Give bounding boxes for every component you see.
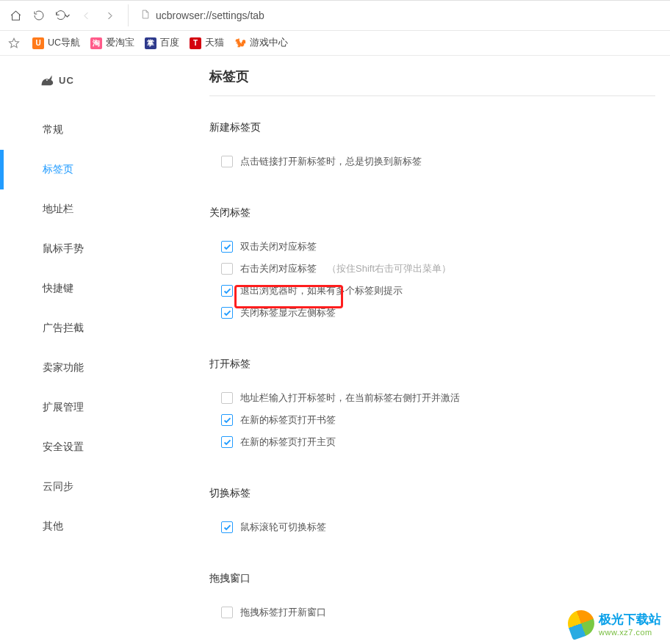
forward-button[interactable] bbox=[98, 4, 120, 26]
bookmarks-bar: U UC导航 淘 爱淘宝 掌 百度 T 天猫 🐿 游戏中心 bbox=[0, 31, 670, 56]
bookmark-item[interactable]: 🐿 游戏中心 bbox=[234, 37, 288, 49]
watermark-logo-icon bbox=[564, 607, 598, 640]
option-hint: （按住Shift右击可弹出菜单） bbox=[327, 262, 451, 275]
page-icon bbox=[140, 9, 150, 22]
uc-squirrel-icon bbox=[38, 72, 54, 88]
checkbox[interactable] bbox=[221, 392, 233, 404]
checkbox[interactable] bbox=[221, 263, 233, 275]
sidebar-item[interactable]: 安全设置 bbox=[0, 427, 165, 467]
main-area: UC 常规标签页地址栏鼠标手势快捷键广告拦截卖家功能扩展管理安全设置云同步其他 … bbox=[0, 56, 670, 644]
section-title: 拖拽窗口 bbox=[209, 572, 655, 585]
favicon-icon: 🐿 bbox=[234, 37, 246, 49]
watermark-title: 极光下载站 bbox=[599, 611, 661, 628]
section-title: 切换标签 bbox=[209, 487, 655, 500]
option-label: 地址栏输入打开标签时，在当前标签右侧打开并激活 bbox=[240, 391, 460, 405]
bookmark-label: 天猫 bbox=[205, 37, 224, 49]
watermark: 极光下载站 www.xz7.com bbox=[568, 610, 661, 637]
option-label: 右击关闭对应标签 bbox=[240, 262, 317, 275]
bookmark-label: UC导航 bbox=[48, 37, 80, 49]
checkbox[interactable] bbox=[221, 521, 233, 533]
checkbox[interactable] bbox=[221, 414, 233, 426]
settings-section: 新建标签页点击链接打开新标签时，总是切换到新标签 bbox=[209, 121, 655, 173]
option-label: 鼠标滚轮可切换标签 bbox=[240, 521, 326, 534]
bookmark-star-button[interactable] bbox=[6, 37, 22, 49]
history-button[interactable] bbox=[51, 4, 73, 26]
option-row[interactable]: 双击关闭对应标签 bbox=[209, 236, 655, 258]
settings-section: 切换标签鼠标滚轮可切换标签 bbox=[209, 487, 655, 538]
checkbox[interactable] bbox=[221, 156, 233, 167]
sidebar-item[interactable]: 扩展管理 bbox=[0, 388, 165, 427]
sidebar-item[interactable]: 云同步 bbox=[0, 467, 165, 507]
checkbox[interactable] bbox=[221, 285, 233, 297]
settings-sidebar: UC 常规标签页地址栏鼠标手势快捷键广告拦截卖家功能扩展管理安全设置云同步其他 bbox=[0, 56, 165, 644]
brand-logo: UC bbox=[0, 65, 165, 110]
sidebar-item[interactable]: 地址栏 bbox=[0, 189, 165, 229]
settings-section: 关闭标签双击关闭对应标签右击关闭对应标签（按住Shift右击可弹出菜单）退出浏览… bbox=[209, 206, 655, 324]
sidebar-item[interactable]: 卖家功能 bbox=[0, 348, 165, 388]
option-row[interactable]: 鼠标滚轮可切换标签 bbox=[209, 516, 655, 538]
bookmark-label: 爱淘宝 bbox=[106, 37, 134, 49]
sidebar-item[interactable]: 标签页 bbox=[0, 150, 165, 189]
address-bar[interactable]: ucbrowser://settings/tab bbox=[128, 4, 666, 26]
section-title: 打开标签 bbox=[209, 358, 655, 371]
sidebar-item[interactable]: 鼠标手势 bbox=[0, 229, 165, 269]
sidebar-item[interactable]: 常规 bbox=[0, 110, 165, 150]
address-url: ucbrowser://settings/tab bbox=[156, 10, 264, 21]
settings-section: 打开标签地址栏输入打开标签时，在当前标签右侧打开并激活在新的标签页打开书签在新的… bbox=[209, 358, 655, 453]
favicon-icon: 淘 bbox=[90, 37, 102, 49]
checkbox[interactable] bbox=[221, 307, 233, 319]
option-row[interactable]: 退出浏览器时，如果有多个标签则提示 bbox=[209, 280, 655, 302]
option-row[interactable]: 点击链接打开新标签时，总是切换到新标签 bbox=[209, 151, 655, 173]
option-row[interactable]: 关闭标签显示左侧标签 bbox=[209, 302, 655, 324]
brand-name: UC bbox=[59, 75, 74, 86]
browser-toolbar: ucbrowser://settings/tab bbox=[0, 0, 670, 31]
page-title: 标签页 bbox=[209, 68, 655, 85]
bookmark-item[interactable]: 掌 百度 bbox=[145, 37, 179, 49]
checkbox[interactable] bbox=[221, 607, 233, 618]
option-row[interactable]: 在新的标签页打开主页 bbox=[209, 431, 655, 453]
bookmark-label: 游戏中心 bbox=[250, 37, 288, 49]
settings-content: 标签页 新建标签页点击链接打开新标签时，总是切换到新标签关闭标签双击关闭对应标签… bbox=[165, 56, 670, 644]
favicon-icon: 掌 bbox=[145, 37, 156, 49]
option-label: 拖拽标签打开新窗口 bbox=[240, 606, 326, 619]
option-label: 在新的标签页打开主页 bbox=[240, 435, 336, 449]
section-title: 新建标签页 bbox=[209, 121, 655, 134]
option-row[interactable]: 地址栏输入打开标签时，在当前标签右侧打开并激活 bbox=[209, 387, 655, 409]
favicon-icon: U bbox=[32, 37, 44, 49]
option-label: 关闭标签显示左侧标签 bbox=[240, 306, 336, 319]
section-title: 关闭标签 bbox=[209, 206, 655, 220]
bookmark-item[interactable]: U UC导航 bbox=[32, 37, 80, 49]
svg-point-0 bbox=[46, 79, 48, 81]
home-button[interactable] bbox=[4, 4, 26, 26]
option-label: 双击关闭对应标签 bbox=[240, 240, 317, 253]
sidebar-item[interactable]: 广告拦截 bbox=[0, 308, 165, 348]
bookmark-item[interactable]: 淘 爱淘宝 bbox=[90, 37, 134, 49]
favicon-icon: T bbox=[190, 37, 201, 49]
checkbox[interactable] bbox=[221, 436, 233, 448]
option-row[interactable]: 在新的标签页打开书签 bbox=[209, 409, 655, 431]
watermark-url: www.xz7.com bbox=[599, 628, 661, 637]
option-label: 退出浏览器时，如果有多个标签则提示 bbox=[240, 284, 403, 297]
checkbox[interactable] bbox=[221, 241, 233, 253]
bookmark-label: 百度 bbox=[160, 37, 179, 49]
sidebar-item[interactable]: 快捷键 bbox=[0, 269, 165, 308]
option-label: 点击链接打开新标签时，总是切换到新标签 bbox=[240, 155, 422, 168]
bookmark-item[interactable]: T 天猫 bbox=[190, 37, 224, 49]
option-row[interactable]: 右击关闭对应标签（按住Shift右击可弹出菜单） bbox=[209, 258, 655, 280]
option-label: 在新的标签页打开书签 bbox=[240, 413, 336, 427]
refresh-button[interactable] bbox=[28, 4, 50, 26]
back-button[interactable] bbox=[75, 4, 97, 26]
sidebar-item[interactable]: 其他 bbox=[0, 507, 165, 546]
